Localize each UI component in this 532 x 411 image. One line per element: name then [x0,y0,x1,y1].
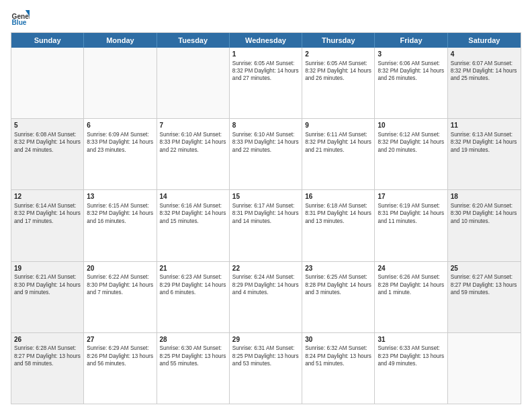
day-number: 10 [378,121,444,130]
calendar-day-24: 24Sunrise: 6:26 AM Sunset: 8:28 PM Dayli… [375,262,447,332]
calendar-empty-cell [157,48,230,118]
calendar-day-5: 5Sunrise: 6:08 AM Sunset: 8:32 PM Daylig… [11,119,84,189]
day-info: Sunrise: 6:10 AM Sunset: 8:33 PM Dayligh… [232,131,299,154]
calendar-day-9: 9Sunrise: 6:11 AM Sunset: 8:32 PM Daylig… [302,119,375,189]
day-number: 18 [451,192,518,201]
day-number: 25 [451,264,518,273]
day-info: Sunrise: 6:24 AM Sunset: 8:29 PM Dayligh… [232,273,299,296]
calendar-day-15: 15Sunrise: 6:17 AM Sunset: 8:31 PM Dayli… [230,190,302,261]
calendar-day-26: 26Sunrise: 6:28 AM Sunset: 8:27 PM Dayli… [11,333,84,404]
day-number: 14 [160,192,226,201]
day-number: 23 [305,264,371,273]
day-number: 26 [14,335,81,345]
day-info: Sunrise: 6:16 AM Sunset: 8:32 PM Dayligh… [160,202,226,225]
calendar-day-12: 12Sunrise: 6:14 AM Sunset: 8:32 PM Dayli… [11,190,84,261]
day-number: 20 [87,264,153,273]
day-number: 28 [160,335,226,345]
calendar-row-3: 12Sunrise: 6:14 AM Sunset: 8:32 PM Dayli… [11,189,521,261]
day-number: 15 [232,192,299,201]
day-info: Sunrise: 6:27 AM Sunset: 8:27 PM Dayligh… [451,273,518,296]
calendar-day-29: 29Sunrise: 6:31 AM Sunset: 8:25 PM Dayli… [230,333,302,404]
day-number: 11 [451,121,518,130]
calendar-empty-cell [11,48,84,118]
calendar-day-28: 28Sunrise: 6:30 AM Sunset: 8:25 PM Dayli… [157,333,230,404]
day-info: Sunrise: 6:08 AM Sunset: 8:32 PM Dayligh… [14,131,81,154]
day-info: Sunrise: 6:10 AM Sunset: 8:33 PM Dayligh… [160,131,226,154]
day-number: 13 [87,192,153,201]
day-number: 30 [305,335,371,345]
day-info: Sunrise: 6:21 AM Sunset: 8:30 PM Dayligh… [14,273,81,296]
day-number: 29 [232,335,299,345]
calendar-empty-cell [448,333,521,404]
logo-icon: General Blue [11,8,30,27]
day-number: 5 [14,121,81,130]
calendar-day-18: 18Sunrise: 6:20 AM Sunset: 8:30 PM Dayli… [448,190,521,261]
calendar-day-14: 14Sunrise: 6:16 AM Sunset: 8:32 PM Dayli… [157,190,230,261]
day-number: 4 [451,50,518,59]
day-info: Sunrise: 6:05 AM Sunset: 8:32 PM Dayligh… [305,60,371,83]
calendar-day-10: 10Sunrise: 6:12 AM Sunset: 8:32 PM Dayli… [375,119,447,189]
day-info: Sunrise: 6:30 AM Sunset: 8:25 PM Dayligh… [160,345,226,367]
header: General Blue [11,8,521,27]
calendar-row-4: 19Sunrise: 6:21 AM Sunset: 8:30 PM Dayli… [11,261,521,332]
calendar-day-17: 17Sunrise: 6:19 AM Sunset: 8:31 PM Dayli… [375,190,447,261]
calendar-day-6: 6Sunrise: 6:09 AM Sunset: 8:33 PM Daylig… [84,119,157,189]
calendar-day-3: 3Sunrise: 6:06 AM Sunset: 8:32 PM Daylig… [375,48,447,118]
day-info: Sunrise: 6:32 AM Sunset: 8:24 PM Dayligh… [305,345,371,367]
weekday-header-saturday: Saturday [448,33,521,48]
day-info: Sunrise: 6:17 AM Sunset: 8:31 PM Dayligh… [232,202,299,225]
day-number: 2 [305,50,371,59]
calendar-day-19: 19Sunrise: 6:21 AM Sunset: 8:30 PM Dayli… [11,262,84,332]
day-number: 3 [378,50,444,59]
weekday-header-monday: Monday [84,33,157,48]
logo: General Blue [11,8,30,27]
day-number: 6 [87,121,153,130]
page: General Blue SundayMondayTuesdayWednesda… [0,0,532,411]
calendar-day-23: 23Sunrise: 6:25 AM Sunset: 8:28 PM Dayli… [302,262,375,332]
calendar-row-5: 26Sunrise: 6:28 AM Sunset: 8:27 PM Dayli… [11,332,521,404]
svg-text:Blue: Blue [12,19,27,26]
day-number: 12 [14,192,81,201]
calendar-day-25: 25Sunrise: 6:27 AM Sunset: 8:27 PM Dayli… [448,262,521,332]
weekday-header-sunday: Sunday [11,33,84,48]
day-info: Sunrise: 6:14 AM Sunset: 8:32 PM Dayligh… [14,202,81,225]
calendar: SundayMondayTuesdayWednesdayThursdayFrid… [11,32,521,404]
day-number: 22 [232,264,299,273]
weekday-header-friday: Friday [375,33,447,48]
calendar-day-20: 20Sunrise: 6:22 AM Sunset: 8:30 PM Dayli… [84,262,157,332]
calendar-day-31: 31Sunrise: 6:33 AM Sunset: 8:23 PM Dayli… [375,333,447,404]
day-info: Sunrise: 6:07 AM Sunset: 8:32 PM Dayligh… [451,60,518,83]
day-info: Sunrise: 6:26 AM Sunset: 8:28 PM Dayligh… [378,273,444,296]
day-info: Sunrise: 6:13 AM Sunset: 8:32 PM Dayligh… [451,131,518,154]
calendar-day-11: 11Sunrise: 6:13 AM Sunset: 8:32 PM Dayli… [448,119,521,189]
calendar-day-30: 30Sunrise: 6:32 AM Sunset: 8:24 PM Dayli… [302,333,375,404]
day-info: Sunrise: 6:18 AM Sunset: 8:31 PM Dayligh… [305,202,371,225]
day-info: Sunrise: 6:20 AM Sunset: 8:30 PM Dayligh… [451,202,518,225]
calendar-row-1: 1Sunrise: 6:05 AM Sunset: 8:32 PM Daylig… [11,48,521,118]
calendar-day-8: 8Sunrise: 6:10 AM Sunset: 8:33 PM Daylig… [230,119,302,189]
calendar-empty-cell [84,48,157,118]
calendar-body: 1Sunrise: 6:05 AM Sunset: 8:32 PM Daylig… [11,48,521,404]
day-info: Sunrise: 6:23 AM Sunset: 8:29 PM Dayligh… [160,273,226,296]
day-number: 8 [232,121,299,130]
calendar-header: SundayMondayTuesdayWednesdayThursdayFrid… [11,33,521,48]
day-number: 17 [378,192,444,201]
day-info: Sunrise: 6:15 AM Sunset: 8:32 PM Dayligh… [87,202,153,225]
calendar-day-21: 21Sunrise: 6:23 AM Sunset: 8:29 PM Dayli… [157,262,230,332]
calendar-row-2: 5Sunrise: 6:08 AM Sunset: 8:32 PM Daylig… [11,118,521,189]
day-info: Sunrise: 6:06 AM Sunset: 8:32 PM Dayligh… [378,60,444,83]
day-info: Sunrise: 6:19 AM Sunset: 8:31 PM Dayligh… [378,202,444,225]
day-info: Sunrise: 6:29 AM Sunset: 8:26 PM Dayligh… [87,345,153,367]
day-number: 27 [87,335,153,345]
day-info: Sunrise: 6:22 AM Sunset: 8:30 PM Dayligh… [87,273,153,296]
calendar-day-16: 16Sunrise: 6:18 AM Sunset: 8:31 PM Dayli… [302,190,375,261]
calendar-day-1: 1Sunrise: 6:05 AM Sunset: 8:32 PM Daylig… [230,48,302,118]
calendar-day-27: 27Sunrise: 6:29 AM Sunset: 8:26 PM Dayli… [84,333,157,404]
day-number: 19 [14,264,81,273]
day-number: 1 [232,50,299,59]
day-info: Sunrise: 6:25 AM Sunset: 8:28 PM Dayligh… [305,273,371,296]
day-number: 9 [305,121,371,130]
day-number: 24 [378,264,444,273]
day-number: 21 [160,264,226,273]
day-number: 7 [160,121,226,130]
